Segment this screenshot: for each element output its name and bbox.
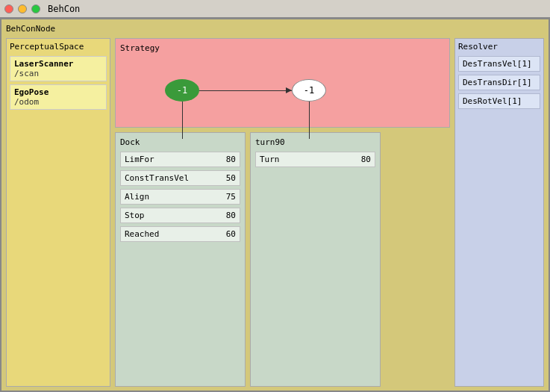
resolver-panel: Resolver DesTransVel[1] DesTransDir[1] D… (454, 38, 544, 387)
turn90-turn-val: 80 (361, 155, 371, 164)
dock-align-val: 75 (226, 192, 236, 202)
dock-stop-name: Stop (125, 211, 145, 220)
main-window-title: BehConNode (6, 24, 544, 34)
dock-item-reached[interactable]: Reached 60 (120, 226, 240, 242)
dock-panel: Dock LimFor 80 ConstTransVel 50 Align 75 (115, 132, 246, 387)
dock-consttransvel-name: ConstTransVel (125, 173, 189, 183)
strategy-content: -1 -1 (120, 57, 445, 123)
dock-title: Dock (120, 137, 240, 147)
middle-area: Strategy -1 -1 Dock LimFor 80 (115, 38, 450, 387)
close-button[interactable] (4, 4, 13, 13)
resolver-title: Resolver (458, 42, 540, 52)
vert-line-right (309, 102, 310, 139)
resolver-item-destransvel[interactable]: DesTransVel[1] (458, 56, 540, 72)
content-area: PerceptualSpace LaserScanner /scan EgoPo… (6, 38, 544, 387)
dock-limfor-name: LimFor (125, 155, 154, 164)
title-bar: BehCon (0, 0, 550, 18)
dock-item-limfor[interactable]: LimFor 80 (120, 152, 240, 167)
ps-item-laserscanner-path: /scan (14, 69, 102, 78)
turn90-item-turn[interactable]: Turn 80 (255, 152, 375, 167)
perceptual-space-title: PerceptualSpace (10, 42, 107, 52)
window-title: BehCon (48, 4, 80, 14)
ps-item-egopose-name: EgoPose (14, 87, 102, 97)
arrow-line (199, 90, 292, 91)
strategy-title: Strategy (120, 43, 445, 53)
strategy-panel: Strategy -1 -1 (115, 38, 450, 128)
main-window: BehConNode PerceptualSpace LaserScanner … (0, 18, 550, 392)
dock-stop-val: 80 (226, 211, 236, 220)
ps-item-egopose[interactable]: EgoPose /odom (10, 84, 107, 110)
turn90-panel: turn90 Turn 80 (250, 132, 381, 387)
node-right[interactable]: -1 (292, 79, 326, 102)
minimize-button[interactable] (18, 4, 27, 13)
dock-reached-name: Reached (125, 229, 159, 239)
dock-reached-val: 60 (226, 229, 236, 239)
turn90-turn-name: Turn (260, 155, 280, 164)
dock-item-align[interactable]: Align 75 (120, 189, 240, 205)
resolver-item-destransdir[interactable]: DesTransDir[1] (458, 75, 540, 90)
dock-item-stop[interactable]: Stop 80 (120, 208, 240, 223)
ps-item-laserscanner-name: LaserScanner (14, 59, 102, 69)
ps-item-laserscanner[interactable]: LaserScanner /scan (10, 56, 107, 81)
dock-limfor-val: 80 (226, 155, 236, 164)
dock-align-name: Align (125, 192, 149, 202)
turn90-title: turn90 (255, 137, 375, 147)
vert-line-left (182, 102, 183, 139)
ps-item-egopose-path: /odom (14, 97, 102, 107)
maximize-button[interactable] (31, 4, 40, 13)
dock-consttransvel-val: 50 (226, 173, 236, 183)
behaviors-row: Dock LimFor 80 ConstTransVel 50 Align 75 (115, 132, 450, 387)
perceptual-space-panel: PerceptualSpace LaserScanner /scan EgoPo… (6, 38, 110, 387)
node-left[interactable]: -1 (165, 79, 199, 102)
dock-item-consttransvel[interactable]: ConstTransVel 50 (120, 170, 240, 186)
resolver-item-desrotvel[interactable]: DesRotVel[1] (458, 93, 540, 109)
